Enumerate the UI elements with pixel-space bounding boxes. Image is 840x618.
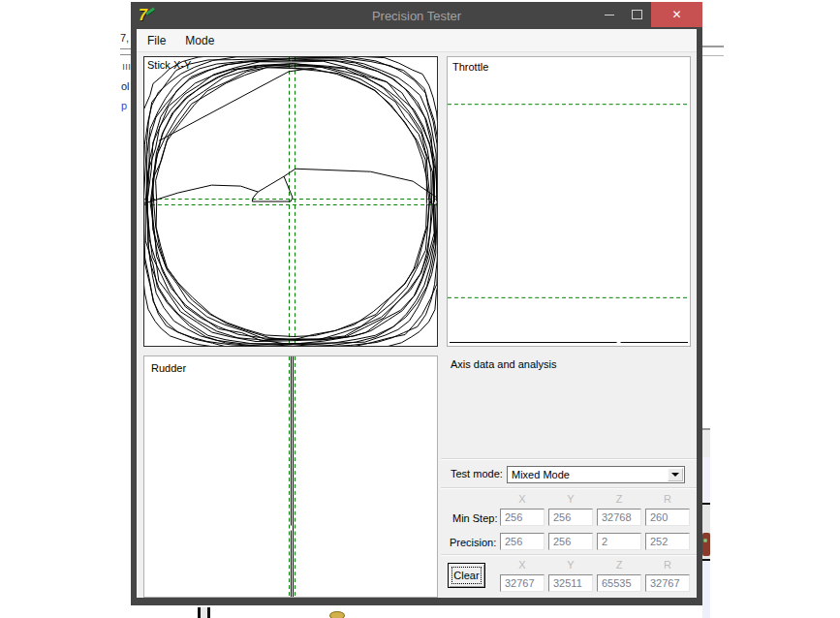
minimize-button[interactable] xyxy=(595,2,623,27)
precision-z-field[interactable] xyxy=(597,533,641,550)
axis-header-y: Y xyxy=(548,559,593,571)
precision-x-field[interactable] xyxy=(500,533,544,550)
axis-header-z: Z xyxy=(597,559,641,571)
background-text-fragment: 7, xyxy=(120,32,129,44)
separator xyxy=(441,554,697,556)
background-window-fragment xyxy=(702,46,724,56)
axis-header-x: X xyxy=(500,559,544,571)
titlebar[interactable]: 7 Precision Tester ✕ xyxy=(131,2,702,29)
rudder-plot: Rudder xyxy=(143,355,438,598)
rudder-plot-label: Rudder xyxy=(151,362,186,374)
precision-label: Precision: xyxy=(450,537,496,548)
background-text-fragment: ol xyxy=(121,80,130,92)
background-icon-fragment xyxy=(329,611,345,618)
min-step-x-field[interactable] xyxy=(500,509,544,526)
background-text-fragment: ııı xyxy=(122,60,131,72)
throttle-plot-label: Throttle xyxy=(452,61,488,73)
throttle-traces xyxy=(448,57,690,346)
background-icon-fragment xyxy=(702,533,710,556)
axis-header-y: Y xyxy=(548,493,593,505)
axis-value-r-field[interactable] xyxy=(645,574,690,592)
min-step-r-field[interactable] xyxy=(645,509,690,526)
background-text-fragment: p xyxy=(121,100,127,111)
test-mode-dropdown[interactable]: Mixed Mode xyxy=(507,466,685,483)
axis-header-r: R xyxy=(645,493,690,505)
separator xyxy=(441,458,697,460)
precision-tester-window: 7 Precision Tester ✕ File Mode Stick X-Y… xyxy=(131,2,702,605)
menu-item-mode[interactable]: Mode xyxy=(175,29,224,51)
menu-bar: File Mode xyxy=(137,29,697,52)
background-icon-fragment xyxy=(703,539,707,542)
client-area: File Mode Stick X-Y Throttle Rudder Axis… xyxy=(137,29,697,598)
background-window-fragment xyxy=(198,607,210,618)
axis-value-z-field[interactable] xyxy=(597,574,641,592)
background-window-fragment xyxy=(702,559,710,618)
background-window-fragment xyxy=(702,428,710,459)
axis-header-x: X xyxy=(500,493,544,505)
axis-value-x-field[interactable] xyxy=(500,574,544,592)
chevron-down-icon xyxy=(671,473,679,477)
maximize-button[interactable] xyxy=(623,2,651,27)
background-divider-fragment xyxy=(120,48,131,55)
throttle-plot: Throttle xyxy=(447,56,691,347)
axis-header-r: R xyxy=(645,559,690,571)
test-mode-label: Test mode: xyxy=(451,468,503,479)
menu-item-file[interactable]: File xyxy=(137,29,175,51)
dropdown-button[interactable] xyxy=(668,468,683,481)
precision-r-field[interactable] xyxy=(645,533,690,550)
axis-header-z: Z xyxy=(597,493,641,505)
maximize-icon xyxy=(632,10,642,19)
close-icon: ✕ xyxy=(671,8,681,21)
precision-y-field[interactable] xyxy=(548,533,593,550)
background-window-fragment xyxy=(702,457,710,503)
stick-traces xyxy=(144,57,437,346)
clear-button[interactable]: Clear xyxy=(448,563,485,588)
min-step-label: Min Step: xyxy=(452,512,497,524)
minimize-icon xyxy=(605,15,614,15)
min-step-y-field[interactable] xyxy=(548,509,593,526)
separator xyxy=(441,487,697,489)
axis-value-y-field[interactable] xyxy=(548,574,593,592)
close-button[interactable]: ✕ xyxy=(651,2,702,27)
test-mode-value: Mixed Mode xyxy=(512,469,570,480)
min-step-z-field[interactable] xyxy=(597,509,641,526)
stick-plot-label: Stick X-Y xyxy=(147,59,191,71)
stick-xy-plot: Stick X-Y xyxy=(143,56,438,347)
rudder-traces xyxy=(144,356,437,597)
axis-analysis-label: Axis data and analysis xyxy=(451,358,556,370)
axis-analysis-panel: Axis data and analysis xyxy=(441,355,697,456)
